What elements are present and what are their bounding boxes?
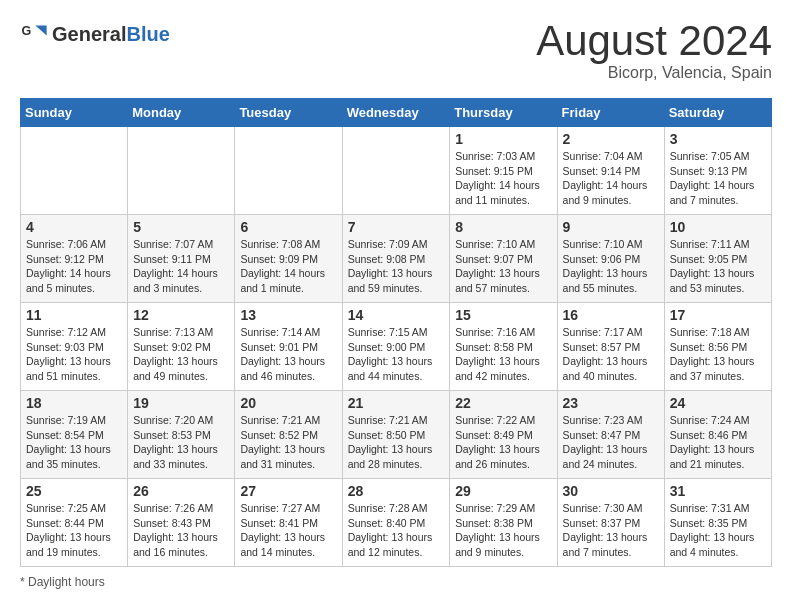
calendar-cell: 22Sunrise: 7:22 AM Sunset: 8:49 PM Dayli… xyxy=(450,391,557,479)
calendar-cell: 30Sunrise: 7:30 AM Sunset: 8:37 PM Dayli… xyxy=(557,479,664,567)
calendar-cell: 1Sunrise: 7:03 AM Sunset: 9:15 PM Daylig… xyxy=(450,127,557,215)
location: Bicorp, Valencia, Spain xyxy=(536,64,772,82)
day-number: 11 xyxy=(26,307,122,323)
footer-note: * Daylight hours xyxy=(20,575,772,589)
calendar-cell: 23Sunrise: 7:23 AM Sunset: 8:47 PM Dayli… xyxy=(557,391,664,479)
calendar-cell: 21Sunrise: 7:21 AM Sunset: 8:50 PM Dayli… xyxy=(342,391,450,479)
day-number: 20 xyxy=(240,395,336,411)
day-number: 31 xyxy=(670,483,766,499)
calendar-cell: 5Sunrise: 7:07 AM Sunset: 9:11 PM Daylig… xyxy=(128,215,235,303)
day-number: 4 xyxy=(26,219,122,235)
header: G GeneralBlue August 2024 Bicorp, Valenc… xyxy=(20,20,772,82)
calendar-cell: 10Sunrise: 7:11 AM Sunset: 9:05 PM Dayli… xyxy=(664,215,771,303)
day-number: 10 xyxy=(670,219,766,235)
header-day-thursday: Thursday xyxy=(450,99,557,127)
calendar-cell: 25Sunrise: 7:25 AM Sunset: 8:44 PM Dayli… xyxy=(21,479,128,567)
day-number: 3 xyxy=(670,131,766,147)
day-info: Sunrise: 7:20 AM Sunset: 8:53 PM Dayligh… xyxy=(133,413,229,472)
day-number: 25 xyxy=(26,483,122,499)
calendar-cell: 17Sunrise: 7:18 AM Sunset: 8:56 PM Dayli… xyxy=(664,303,771,391)
calendar-cell: 20Sunrise: 7:21 AM Sunset: 8:52 PM Dayli… xyxy=(235,391,342,479)
day-info: Sunrise: 7:21 AM Sunset: 8:50 PM Dayligh… xyxy=(348,413,445,472)
header-day-saturday: Saturday xyxy=(664,99,771,127)
day-info: Sunrise: 7:29 AM Sunset: 8:38 PM Dayligh… xyxy=(455,501,551,560)
day-info: Sunrise: 7:06 AM Sunset: 9:12 PM Dayligh… xyxy=(26,237,122,296)
day-info: Sunrise: 7:24 AM Sunset: 8:46 PM Dayligh… xyxy=(670,413,766,472)
calendar-cell: 19Sunrise: 7:20 AM Sunset: 8:53 PM Dayli… xyxy=(128,391,235,479)
header-row: SundayMondayTuesdayWednesdayThursdayFrid… xyxy=(21,99,772,127)
calendar-cell: 3Sunrise: 7:05 AM Sunset: 9:13 PM Daylig… xyxy=(664,127,771,215)
day-number: 14 xyxy=(348,307,445,323)
day-info: Sunrise: 7:23 AM Sunset: 8:47 PM Dayligh… xyxy=(563,413,659,472)
day-number: 5 xyxy=(133,219,229,235)
calendar-cell xyxy=(235,127,342,215)
month-year: August 2024 xyxy=(536,20,772,62)
day-info: Sunrise: 7:18 AM Sunset: 8:56 PM Dayligh… xyxy=(670,325,766,384)
calendar-cell: 16Sunrise: 7:17 AM Sunset: 8:57 PM Dayli… xyxy=(557,303,664,391)
day-info: Sunrise: 7:10 AM Sunset: 9:06 PM Dayligh… xyxy=(563,237,659,296)
day-number: 13 xyxy=(240,307,336,323)
day-info: Sunrise: 7:22 AM Sunset: 8:49 PM Dayligh… xyxy=(455,413,551,472)
calendar-table: SundayMondayTuesdayWednesdayThursdayFrid… xyxy=(20,98,772,567)
day-number: 28 xyxy=(348,483,445,499)
day-info: Sunrise: 7:27 AM Sunset: 8:41 PM Dayligh… xyxy=(240,501,336,560)
day-info: Sunrise: 7:11 AM Sunset: 9:05 PM Dayligh… xyxy=(670,237,766,296)
calendar-cell: 18Sunrise: 7:19 AM Sunset: 8:54 PM Dayli… xyxy=(21,391,128,479)
calendar-cell: 24Sunrise: 7:24 AM Sunset: 8:46 PM Dayli… xyxy=(664,391,771,479)
day-number: 12 xyxy=(133,307,229,323)
svg-marker-1 xyxy=(35,26,46,36)
day-info: Sunrise: 7:16 AM Sunset: 8:58 PM Dayligh… xyxy=(455,325,551,384)
day-info: Sunrise: 7:04 AM Sunset: 9:14 PM Dayligh… xyxy=(563,149,659,208)
day-number: 9 xyxy=(563,219,659,235)
day-info: Sunrise: 7:03 AM Sunset: 9:15 PM Dayligh… xyxy=(455,149,551,208)
day-number: 6 xyxy=(240,219,336,235)
calendar-cell: 4Sunrise: 7:06 AM Sunset: 9:12 PM Daylig… xyxy=(21,215,128,303)
calendar-cell: 7Sunrise: 7:09 AM Sunset: 9:08 PM Daylig… xyxy=(342,215,450,303)
logo-blue: Blue xyxy=(126,23,169,45)
week-row-4: 18Sunrise: 7:19 AM Sunset: 8:54 PM Dayli… xyxy=(21,391,772,479)
day-number: 18 xyxy=(26,395,122,411)
day-number: 17 xyxy=(670,307,766,323)
header-day-wednesday: Wednesday xyxy=(342,99,450,127)
calendar-cell: 15Sunrise: 7:16 AM Sunset: 8:58 PM Dayli… xyxy=(450,303,557,391)
day-info: Sunrise: 7:19 AM Sunset: 8:54 PM Dayligh… xyxy=(26,413,122,472)
day-info: Sunrise: 7:07 AM Sunset: 9:11 PM Dayligh… xyxy=(133,237,229,296)
day-number: 26 xyxy=(133,483,229,499)
day-number: 16 xyxy=(563,307,659,323)
calendar-cell xyxy=(128,127,235,215)
day-number: 2 xyxy=(563,131,659,147)
day-info: Sunrise: 7:14 AM Sunset: 9:01 PM Dayligh… xyxy=(240,325,336,384)
header-day-sunday: Sunday xyxy=(21,99,128,127)
day-info: Sunrise: 7:28 AM Sunset: 8:40 PM Dayligh… xyxy=(348,501,445,560)
day-number: 15 xyxy=(455,307,551,323)
day-number: 8 xyxy=(455,219,551,235)
day-number: 21 xyxy=(348,395,445,411)
day-number: 24 xyxy=(670,395,766,411)
svg-text:G: G xyxy=(21,24,31,38)
calendar-cell: 29Sunrise: 7:29 AM Sunset: 8:38 PM Dayli… xyxy=(450,479,557,567)
day-number: 22 xyxy=(455,395,551,411)
day-info: Sunrise: 7:30 AM Sunset: 8:37 PM Dayligh… xyxy=(563,501,659,560)
day-info: Sunrise: 7:10 AM Sunset: 9:07 PM Dayligh… xyxy=(455,237,551,296)
header-day-monday: Monday xyxy=(128,99,235,127)
day-number: 19 xyxy=(133,395,229,411)
calendar-cell: 28Sunrise: 7:28 AM Sunset: 8:40 PM Dayli… xyxy=(342,479,450,567)
calendar-cell: 14Sunrise: 7:15 AM Sunset: 9:00 PM Dayli… xyxy=(342,303,450,391)
day-info: Sunrise: 7:31 AM Sunset: 8:35 PM Dayligh… xyxy=(670,501,766,560)
week-row-3: 11Sunrise: 7:12 AM Sunset: 9:03 PM Dayli… xyxy=(21,303,772,391)
calendar-cell: 27Sunrise: 7:27 AM Sunset: 8:41 PM Dayli… xyxy=(235,479,342,567)
calendar-cell xyxy=(21,127,128,215)
calendar-cell: 8Sunrise: 7:10 AM Sunset: 9:07 PM Daylig… xyxy=(450,215,557,303)
day-info: Sunrise: 7:26 AM Sunset: 8:43 PM Dayligh… xyxy=(133,501,229,560)
calendar-cell: 12Sunrise: 7:13 AM Sunset: 9:02 PM Dayli… xyxy=(128,303,235,391)
calendar-cell: 11Sunrise: 7:12 AM Sunset: 9:03 PM Dayli… xyxy=(21,303,128,391)
day-info: Sunrise: 7:12 AM Sunset: 9:03 PM Dayligh… xyxy=(26,325,122,384)
day-number: 30 xyxy=(563,483,659,499)
day-info: Sunrise: 7:08 AM Sunset: 9:09 PM Dayligh… xyxy=(240,237,336,296)
week-row-2: 4Sunrise: 7:06 AM Sunset: 9:12 PM Daylig… xyxy=(21,215,772,303)
day-info: Sunrise: 7:17 AM Sunset: 8:57 PM Dayligh… xyxy=(563,325,659,384)
day-number: 27 xyxy=(240,483,336,499)
calendar-cell: 26Sunrise: 7:26 AM Sunset: 8:43 PM Dayli… xyxy=(128,479,235,567)
calendar-cell: 31Sunrise: 7:31 AM Sunset: 8:35 PM Dayli… xyxy=(664,479,771,567)
day-info: Sunrise: 7:09 AM Sunset: 9:08 PM Dayligh… xyxy=(348,237,445,296)
